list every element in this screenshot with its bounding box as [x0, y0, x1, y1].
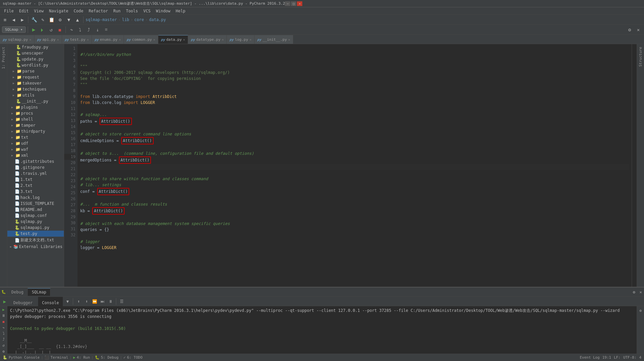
- tree-item-initpy-lib[interactable]: 🐍 __init__.py: [7, 98, 64, 104]
- python-console-label[interactable]: Python Console: [9, 355, 40, 360]
- dbg-rerun-btn[interactable]: ↺: [1, 343, 7, 348]
- console-output[interactable]: C:\Python27\python2.7.exe "C:\Program Fi…: [7, 306, 637, 354]
- tree-item-waf[interactable]: ▶ 📁 waf: [7, 146, 64, 152]
- breadcrumb-datapy[interactable]: data.py: [149, 17, 166, 22]
- tree-item-sqlmapconf[interactable]: 📄 sqlmap.conf: [7, 213, 64, 219]
- tab-close-commonpy[interactable]: ✕: [153, 38, 155, 41]
- tree-item-txt[interactable]: ▶ 📁 txt: [7, 134, 64, 140]
- step-out-button[interactable]: ⤴: [85, 26, 93, 33]
- rerun-button[interactable]: ↺: [47, 26, 55, 33]
- tree-item-tamper[interactable]: ▶ 📁 tamper: [7, 122, 64, 128]
- tab-datapy[interactable]: py data.py ✕: [158, 35, 188, 44]
- toolbar-btn-5[interactable]: ✎: [39, 16, 46, 23]
- menu-tools[interactable]: Tools: [123, 8, 141, 14]
- tree-item-utils[interactable]: ▶ 📁 utils: [7, 92, 64, 98]
- dbg-stepout-btn[interactable]: ⤴: [1, 337, 7, 342]
- maximize-button[interactable]: □: [291, 1, 296, 6]
- structure-label[interactable]: Structure: [637, 44, 644, 70]
- tab-logpy[interactable]: py log.py ✕: [227, 35, 255, 44]
- tab-close-datatypepy[interactable]: ✕: [222, 38, 224, 41]
- minimize-button[interactable]: –: [285, 1, 290, 6]
- tree-item-issue[interactable]: 📄 ISSUE_TEMPLATE: [7, 201, 64, 207]
- project-panel-label[interactable]: 1: Project: [0, 44, 7, 72]
- python-console-btn[interactable]: 🐍: [3, 355, 7, 360]
- toolbar-btn-9[interactable]: ▲: [74, 16, 81, 23]
- console-btn-2[interactable]: ⬇: [83, 298, 90, 305]
- tree-item-3txt[interactable]: 📄 3.txt: [7, 189, 64, 195]
- menu-run[interactable]: Run: [111, 8, 123, 14]
- tree-item-parse[interactable]: ▶ 📁 parse: [7, 68, 64, 74]
- tree-item-plugins[interactable]: ▶ 📁 plugins: [7, 104, 64, 110]
- breadcrumb-lib[interactable]: lib: [122, 17, 129, 22]
- menu-refactor[interactable]: Refactor: [86, 8, 111, 14]
- toolbar-btn-6[interactable]: 📋: [48, 16, 55, 23]
- toolbar-btn-4[interactable]: 🔧: [30, 16, 38, 23]
- tab-commonpy[interactable]: py common.py ✕: [124, 35, 158, 44]
- tree-item-testpy-root[interactable]: 🐍 test.py: [7, 231, 64, 237]
- tree-item-newtxt[interactable]: 📄 新建文本文档.txt: [7, 237, 64, 244]
- tree-item-sqlmapapipy[interactable]: 🐍 sqlmapapi.py: [7, 225, 64, 231]
- dbg-resume-btn[interactable]: ▶: [1, 308, 7, 312]
- console-restart-btn[interactable]: ▶: [1, 298, 8, 305]
- tree-item-updatepy[interactable]: 🐍 update.py: [7, 56, 64, 62]
- todo-label[interactable]: 6: TODO: [127, 355, 142, 360]
- tab-close-logpy[interactable]: ✕: [250, 38, 252, 41]
- tree-item-procs[interactable]: ▶ 📁 procs: [7, 110, 64, 116]
- tab-testpy[interactable]: py test.py ✕: [62, 35, 92, 44]
- run-button[interactable]: ▶: [30, 26, 37, 33]
- menu-file[interactable]: File: [1, 8, 16, 14]
- tree-item-xml[interactable]: ▶ 📁 xml: [7, 152, 64, 158]
- tab-close-datapy[interactable]: ✕: [183, 38, 185, 41]
- toolbar-btn-1[interactable]: ≡: [1, 16, 9, 23]
- menu-view[interactable]: View: [31, 8, 46, 14]
- debug-label-status[interactable]: 5: Debug: [101, 355, 119, 360]
- tab-close-enumspy[interactable]: ✕: [119, 38, 121, 41]
- tab-close-testpy[interactable]: ✕: [87, 38, 89, 41]
- tree-item-fraudspy[interactable]: 🐍 fraudspy.py: [7, 44, 64, 50]
- dbg-stepover-btn[interactable]: ↷: [1, 325, 7, 330]
- toolbar-btn-2[interactable]: ◀: [10, 16, 17, 23]
- console-btn-5[interactable]: ⏸: [107, 298, 114, 305]
- console-btn-4[interactable]: ⏭: [99, 298, 106, 305]
- tree-item-2txt[interactable]: 📄 2.txt: [7, 183, 64, 189]
- menu-vcs[interactable]: VCS: [141, 8, 153, 14]
- step-into-button[interactable]: ⤵: [76, 26, 84, 33]
- bottom-settings-btn[interactable]: ⚙: [631, 289, 637, 295]
- tree-item-sqlmappy-root[interactable]: 🐍 sqlmap.py: [7, 219, 64, 225]
- menu-window[interactable]: Window: [153, 8, 173, 14]
- tree-item-gitignore[interactable]: 📄 .gitignore: [7, 164, 64, 170]
- tree-item-shell[interactable]: ▶ 📁 shell: [7, 116, 64, 122]
- bottom-close-btn[interactable]: ✕: [637, 289, 644, 295]
- tree-item-hacklog[interactable]: 📄 hack.log: [7, 195, 64, 201]
- evaluate-button[interactable]: ⌗: [103, 26, 110, 33]
- todo-btn-status[interactable]: ✓: [124, 355, 126, 360]
- menu-code[interactable]: Code: [71, 8, 86, 14]
- code-editor[interactable]: 1234567 891011121314 15161718 19 2021222…: [64, 44, 632, 287]
- terminal-label[interactable]: Terminal: [50, 355, 68, 360]
- event-log-label[interactable]: Event Log: [580, 355, 600, 360]
- bottom-tab-debug[interactable]: Debug: [7, 288, 28, 296]
- console-btn-6[interactable]: ☰: [118, 298, 125, 305]
- tab-close-initpy[interactable]: ✕: [288, 38, 290, 41]
- breadcrumb-core[interactable]: core: [134, 17, 144, 22]
- debug-button[interactable]: ⏵: [39, 26, 46, 33]
- console-filter-btn[interactable]: ▼: [64, 298, 71, 305]
- toolbar-btn-7[interactable]: ⚙: [56, 16, 64, 23]
- stop-button[interactable]: ◼: [56, 26, 63, 33]
- close-panel-button[interactable]: ✕: [635, 26, 642, 33]
- bottom-right-btn-1[interactable]: ⚙: [638, 308, 644, 314]
- tree-item-wordlistpy[interactable]: 🐍 wordlist.py: [7, 62, 64, 68]
- inner-tab-console[interactable]: Console: [38, 297, 63, 306]
- step-cursor-button[interactable]: ↓: [94, 26, 101, 33]
- bottom-tab-sqlmap[interactable]: SQLmap: [28, 288, 50, 296]
- run-btn-status[interactable]: ▶: [73, 355, 75, 360]
- code-content[interactable]: #!/usr/bin/env python """ Copyright (c) …: [77, 44, 632, 287]
- tree-item-techniques[interactable]: ▶ 📁 techniques: [7, 86, 64, 92]
- menu-navigate[interactable]: Navigate: [46, 8, 71, 14]
- tree-item-travisyml[interactable]: 📄 .travis.yml: [7, 170, 64, 176]
- sqlmap-config-select[interactable]: SQLmap ▾: [2, 26, 26, 33]
- step-over-button[interactable]: ↷: [68, 26, 75, 33]
- tab-close-apipy[interactable]: ✕: [57, 38, 59, 41]
- tree-item-udf[interactable]: ▶ 📁 udf: [7, 140, 64, 146]
- toolbar-btn-3[interactable]: ▶: [19, 16, 26, 23]
